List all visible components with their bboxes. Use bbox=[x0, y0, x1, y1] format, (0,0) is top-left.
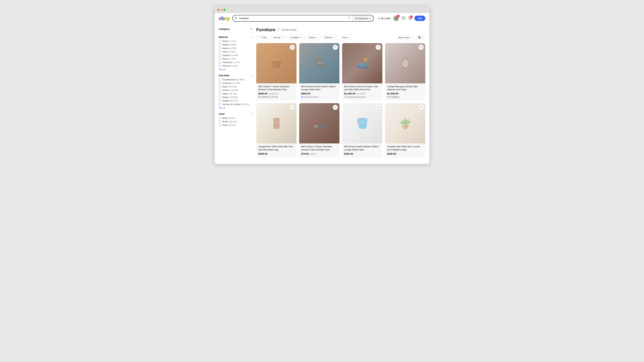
browser-window: ebay All categories bbox=[215, 7, 429, 164]
substyle-item-label: Italian (32,192) bbox=[222, 92, 237, 95]
substyle-item[interactable]: German & Austrian (22,391) bbox=[219, 103, 252, 106]
ebay-logo[interactable]: ebay bbox=[219, 16, 230, 21]
substyle-checkbox[interactable] bbox=[219, 96, 221, 98]
search-save-icon[interactable] bbox=[346, 16, 352, 20]
product-heart-button[interactable] bbox=[290, 45, 295, 50]
material-item[interactable]: Walnut (6,954) bbox=[219, 44, 252, 46]
search-input[interactable] bbox=[239, 17, 346, 20]
close-dot[interactable] bbox=[217, 9, 219, 11]
substyle-checkbox[interactable] bbox=[219, 92, 221, 95]
material-checkbox[interactable] bbox=[219, 47, 221, 50]
product-original-price: $80.00 bbox=[310, 153, 316, 155]
format-filter[interactable]: Format bbox=[271, 35, 286, 40]
greeting: Hi, Hi, Loria! bbox=[378, 17, 390, 20]
material-item[interactable]: Ceramic (6,548) bbox=[219, 54, 252, 56]
results-count: 53,065 results bbox=[282, 28, 296, 31]
filter-button[interactable]: Filter bbox=[256, 35, 270, 40]
product-card[interactable]: 🛏️ Mid-Century 2 Drawer Standard Dresser… bbox=[299, 103, 340, 158]
material-item[interactable]: Glass (1,740) bbox=[219, 58, 252, 60]
substyle-checkbox[interactable] bbox=[219, 103, 221, 106]
color-header: Color − bbox=[219, 112, 252, 116]
maximize-dot[interactable] bbox=[224, 9, 226, 11]
substyle-toggle[interactable]: − bbox=[251, 74, 252, 77]
category-toggle[interactable]: + bbox=[250, 27, 252, 31]
material-checkbox[interactable] bbox=[219, 44, 221, 46]
product-image-placeholder: 🪣 bbox=[342, 103, 382, 144]
material-checkbox[interactable] bbox=[219, 54, 221, 56]
color-toggle[interactable]: − bbox=[251, 112, 252, 116]
substyle-see-all[interactable]: See all bbox=[219, 106, 252, 109]
substyle-checkbox[interactable] bbox=[219, 82, 221, 84]
product-card[interactable]: 🪞 Vintage Mahogany Dining Table w/leaves… bbox=[385, 43, 425, 100]
material-item[interactable]: Teak (22,091) bbox=[219, 50, 252, 53]
substyle-item-label: English (52,221) bbox=[222, 100, 238, 102]
substyle-checkbox[interactable] bbox=[219, 86, 221, 88]
sell-button[interactable]: Sell bbox=[414, 16, 425, 21]
material-item-label: Teak (22,091) bbox=[222, 50, 236, 53]
color-checkbox[interactable] bbox=[219, 120, 221, 123]
color-item[interactable]: Brown (12,311) bbox=[219, 120, 252, 123]
color-item[interactable]: Black (5,810) bbox=[219, 117, 252, 119]
material-checkbox[interactable] bbox=[219, 65, 221, 67]
color-item-label: Brown (12,311) bbox=[222, 120, 237, 123]
substyle-checkbox[interactable] bbox=[219, 100, 221, 102]
product-price: $350.00 bbox=[344, 152, 353, 155]
wishlist-icon[interactable] bbox=[402, 16, 405, 20]
save-search-icon[interactable] bbox=[277, 28, 280, 32]
substyle-item[interactable]: Scandinavian (30,908) bbox=[219, 78, 252, 81]
delivery-filter[interactable]: Delivery bbox=[322, 35, 338, 40]
material-see-all[interactable]: See all bbox=[219, 68, 252, 70]
material-toggle[interactable]: − bbox=[251, 36, 252, 38]
substyle-item-label: Wicker (58,301) bbox=[222, 96, 238, 98]
substyle-item[interactable]: American (71,430) bbox=[219, 82, 252, 84]
substyle-item[interactable]: English (52,221) bbox=[219, 100, 252, 102]
user-avatar-wrap[interactable]: 👤 2 bbox=[393, 16, 399, 21]
price-filter[interactable]: Price bbox=[340, 35, 353, 40]
color-checkbox[interactable] bbox=[219, 124, 221, 126]
material-checkbox[interactable] bbox=[219, 40, 221, 42]
material-checkbox[interactable] bbox=[219, 61, 221, 64]
category-dropdown[interactable]: All categories bbox=[352, 15, 374, 21]
product-heart-button[interactable] bbox=[418, 45, 424, 50]
grid-view-button[interactable] bbox=[416, 35, 425, 40]
minimize-dot[interactable] bbox=[220, 9, 222, 11]
product-card[interactable]: 🪑 Mid Century Danish Modern Walnut Loung… bbox=[299, 43, 340, 100]
substyle-item[interactable]: Dutch (20,529) bbox=[219, 86, 252, 88]
material-checkbox[interactable] bbox=[219, 58, 221, 60]
product-heart-button[interactable] bbox=[333, 45, 338, 50]
substyle-item[interactable]: French (12,348) bbox=[219, 89, 252, 92]
color-items: Black (5,810)Brown (12,311)Gold (26,813) bbox=[219, 117, 252, 126]
material-item[interactable]: Chrome (1,781) bbox=[219, 64, 252, 67]
condition-filter[interactable]: Condition bbox=[288, 35, 305, 40]
material-checkbox[interactable] bbox=[219, 51, 221, 53]
product-card[interactable]: 🪴 Compact Side Table with 2 Levels and F… bbox=[385, 103, 425, 158]
material-item[interactable]: Aluminum (1,217) bbox=[219, 61, 252, 64]
sort-wrap: Best match bbox=[396, 35, 425, 40]
color-checkbox[interactable] bbox=[219, 117, 221, 119]
sidebar-section-category: Category + bbox=[219, 27, 252, 32]
product-card[interactable]: 🚪 Vintage Birch Office Desk 48in Tall x … bbox=[256, 103, 296, 158]
filter-label: Filter bbox=[262, 36, 267, 39]
sort-button[interactable]: Best match bbox=[396, 35, 415, 40]
material-item[interactable]: Metal (44,582) bbox=[219, 47, 252, 50]
product-price: $950.00 bbox=[258, 92, 267, 95]
condition-label: Condition bbox=[290, 36, 299, 39]
product-card[interactable]: 🛋️ Mid Century Chest of Drawers Oak and … bbox=[342, 43, 382, 100]
substyle-checkbox[interactable] bbox=[219, 89, 221, 92]
substyle-item[interactable]: Italian (32,192) bbox=[219, 92, 252, 95]
brand-filter[interactable]: Brand bbox=[306, 35, 321, 40]
browser-chrome bbox=[215, 7, 429, 13]
product-heart-button[interactable] bbox=[376, 45, 381, 50]
color-item[interactable]: Gold (26,813) bbox=[219, 124, 252, 126]
cart-icon[interactable]: 0 bbox=[408, 16, 412, 20]
substyle-checkbox[interactable] bbox=[219, 78, 221, 81]
substyle-items: Scandinavian (30,908)American (71,430)Du… bbox=[219, 78, 252, 106]
product-card[interactable]: 🪣 Mid Century Danish Modern Walnut Loung… bbox=[342, 103, 382, 158]
product-grid: 🪵 Mid-Century 7 Drawer Standard Dresser/… bbox=[256, 43, 425, 158]
substyle-item[interactable]: Wicker (58,301) bbox=[219, 96, 252, 98]
material-item-label: Walnut (6,954) bbox=[222, 44, 237, 46]
material-item[interactable]: Wood (7,214) bbox=[219, 40, 252, 42]
product-card[interactable]: 🪵 Mid-Century 7 Drawer Standard Dresser/… bbox=[256, 43, 296, 100]
logo-y: y bbox=[227, 16, 230, 21]
product-image-placeholder: 🪴 bbox=[385, 103, 425, 144]
